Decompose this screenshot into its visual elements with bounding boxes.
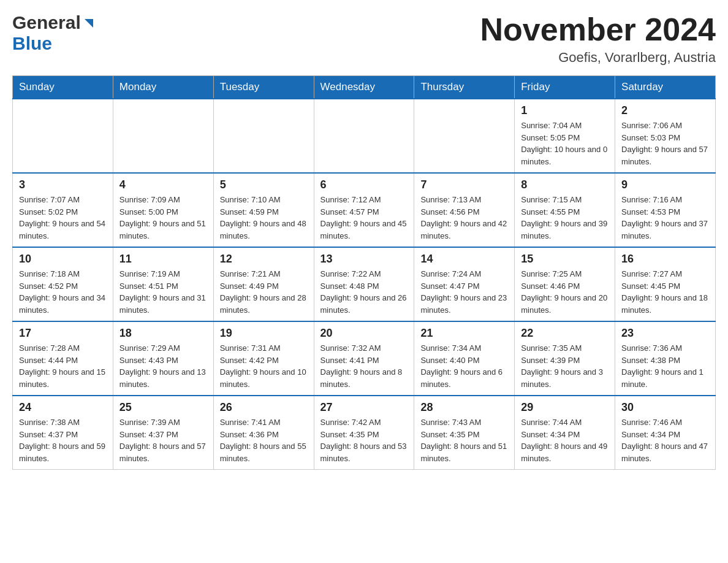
- day-number: 20: [320, 327, 408, 340]
- day-info: Sunrise: 7:06 AM Sunset: 5:03 PM Dayligh…: [621, 120, 709, 167]
- calendar-cell: 18Sunrise: 7:29 AM Sunset: 4:43 PM Dayli…: [113, 321, 213, 396]
- day-info: Sunrise: 7:22 AM Sunset: 4:48 PM Dayligh…: [320, 268, 408, 316]
- day-info: Sunrise: 7:09 AM Sunset: 5:00 PM Dayligh…: [119, 194, 207, 242]
- day-header-thursday: Thursday: [414, 76, 515, 99]
- location-subtitle: Goefis, Vorarlberg, Austria: [480, 50, 716, 66]
- day-header-wednesday: Wednesday: [314, 76, 414, 99]
- calendar-cell: 15Sunrise: 7:25 AM Sunset: 4:46 PM Dayli…: [515, 247, 615, 321]
- calendar-cell: 3Sunrise: 7:07 AM Sunset: 5:02 PM Daylig…: [13, 173, 113, 247]
- title-area: November 2024 Goefis, Vorarlberg, Austri…: [480, 12, 716, 66]
- day-number: 10: [19, 253, 107, 266]
- calendar-cell: [213, 99, 314, 173]
- calendar-cell: 20Sunrise: 7:32 AM Sunset: 4:41 PM Dayli…: [314, 321, 414, 396]
- day-info: Sunrise: 7:34 AM Sunset: 4:40 PM Dayligh…: [420, 342, 508, 390]
- day-info: Sunrise: 7:15 AM Sunset: 4:55 PM Dayligh…: [521, 194, 609, 242]
- calendar-cell: 7Sunrise: 7:13 AM Sunset: 4:56 PM Daylig…: [414, 173, 515, 247]
- calendar-cell: 24Sunrise: 7:38 AM Sunset: 4:37 PM Dayli…: [13, 396, 113, 470]
- calendar-cell: 27Sunrise: 7:42 AM Sunset: 4:35 PM Dayli…: [314, 396, 414, 470]
- calendar-cell: [113, 99, 213, 173]
- day-header-saturday: Saturday: [615, 76, 716, 99]
- day-info: Sunrise: 7:10 AM Sunset: 4:59 PM Dayligh…: [220, 194, 308, 242]
- calendar-table: SundayMondayTuesdayWednesdayThursdayFrid…: [12, 75, 716, 470]
- day-info: Sunrise: 7:36 AM Sunset: 4:38 PM Dayligh…: [621, 342, 709, 390]
- day-info: Sunrise: 7:31 AM Sunset: 4:42 PM Dayligh…: [220, 342, 308, 390]
- calendar-cell: 14Sunrise: 7:24 AM Sunset: 4:47 PM Dayli…: [414, 247, 515, 321]
- day-number: 5: [220, 178, 308, 191]
- calendar-cell: 2Sunrise: 7:06 AM Sunset: 5:03 PM Daylig…: [615, 99, 716, 173]
- day-info: Sunrise: 7:32 AM Sunset: 4:41 PM Dayligh…: [320, 342, 408, 390]
- day-number: 14: [420, 253, 508, 266]
- day-info: Sunrise: 7:24 AM Sunset: 4:47 PM Dayligh…: [420, 268, 508, 316]
- logo: General Blue: [12, 12, 96, 54]
- day-info: Sunrise: 7:27 AM Sunset: 4:45 PM Dayligh…: [621, 268, 709, 316]
- day-number: 30: [621, 401, 709, 414]
- day-number: 21: [420, 327, 508, 340]
- day-info: Sunrise: 7:07 AM Sunset: 5:02 PM Dayligh…: [19, 194, 107, 242]
- day-info: Sunrise: 7:04 AM Sunset: 5:05 PM Dayligh…: [521, 120, 609, 167]
- day-info: Sunrise: 7:38 AM Sunset: 4:37 PM Dayligh…: [19, 416, 107, 464]
- week-row-3: 10Sunrise: 7:18 AM Sunset: 4:52 PM Dayli…: [13, 247, 716, 321]
- day-number: 9: [621, 178, 709, 191]
- day-info: Sunrise: 7:16 AM Sunset: 4:53 PM Dayligh…: [621, 194, 709, 242]
- day-number: 3: [19, 178, 107, 191]
- day-number: 7: [420, 178, 508, 191]
- day-info: Sunrise: 7:44 AM Sunset: 4:34 PM Dayligh…: [521, 416, 609, 464]
- day-info: Sunrise: 7:35 AM Sunset: 4:39 PM Dayligh…: [521, 342, 609, 390]
- calendar-cell: 28Sunrise: 7:43 AM Sunset: 4:35 PM Dayli…: [414, 396, 515, 470]
- month-title: November 2024: [480, 12, 716, 47]
- day-info: Sunrise: 7:13 AM Sunset: 4:56 PM Dayligh…: [420, 194, 508, 242]
- calendar-cell: 30Sunrise: 7:46 AM Sunset: 4:34 PM Dayli…: [615, 396, 716, 470]
- logo-blue-text: Blue: [12, 33, 52, 54]
- calendar-cell: 11Sunrise: 7:19 AM Sunset: 4:51 PM Dayli…: [113, 247, 213, 321]
- day-number: 2: [621, 104, 709, 117]
- day-header-sunday: Sunday: [13, 76, 113, 99]
- day-number: 28: [420, 401, 508, 414]
- calendar-cell: 22Sunrise: 7:35 AM Sunset: 4:39 PM Dayli…: [515, 321, 615, 396]
- day-header-monday: Monday: [113, 76, 213, 99]
- day-number: 11: [119, 253, 207, 266]
- day-number: 18: [119, 327, 207, 340]
- day-number: 26: [220, 401, 308, 414]
- calendar-cell: 13Sunrise: 7:22 AM Sunset: 4:48 PM Dayli…: [314, 247, 414, 321]
- day-info: Sunrise: 7:21 AM Sunset: 4:49 PM Dayligh…: [220, 268, 308, 316]
- day-header-friday: Friday: [515, 76, 615, 99]
- logo-general-text: General: [12, 12, 81, 33]
- day-number: 16: [621, 253, 709, 266]
- day-number: 12: [220, 253, 308, 266]
- logo-triangle-icon: [82, 17, 96, 30]
- calendar-header-row: SundayMondayTuesdayWednesdayThursdayFrid…: [13, 76, 716, 99]
- day-number: 4: [119, 178, 207, 191]
- calendar-cell: [314, 99, 414, 173]
- day-info: Sunrise: 7:41 AM Sunset: 4:36 PM Dayligh…: [220, 416, 308, 464]
- day-number: 27: [320, 401, 408, 414]
- week-row-1: 1Sunrise: 7:04 AM Sunset: 5:05 PM Daylig…: [13, 99, 716, 173]
- day-number: 23: [621, 327, 709, 340]
- calendar-cell: 17Sunrise: 7:28 AM Sunset: 4:44 PM Dayli…: [13, 321, 113, 396]
- day-number: 22: [521, 327, 609, 340]
- calendar-cell: 9Sunrise: 7:16 AM Sunset: 4:53 PM Daylig…: [615, 173, 716, 247]
- day-info: Sunrise: 7:46 AM Sunset: 4:34 PM Dayligh…: [621, 416, 709, 464]
- calendar-cell: [13, 99, 113, 173]
- calendar-cell: 26Sunrise: 7:41 AM Sunset: 4:36 PM Dayli…: [213, 396, 314, 470]
- calendar-cell: 21Sunrise: 7:34 AM Sunset: 4:40 PM Dayli…: [414, 321, 515, 396]
- day-number: 15: [521, 253, 609, 266]
- calendar-cell: 8Sunrise: 7:15 AM Sunset: 4:55 PM Daylig…: [515, 173, 615, 247]
- calendar-cell: 29Sunrise: 7:44 AM Sunset: 4:34 PM Dayli…: [515, 396, 615, 470]
- day-number: 24: [19, 401, 107, 414]
- calendar-cell: 6Sunrise: 7:12 AM Sunset: 4:57 PM Daylig…: [314, 173, 414, 247]
- day-number: 19: [220, 327, 308, 340]
- day-info: Sunrise: 7:18 AM Sunset: 4:52 PM Dayligh…: [19, 268, 107, 316]
- week-row-4: 17Sunrise: 7:28 AM Sunset: 4:44 PM Dayli…: [13, 321, 716, 396]
- week-row-5: 24Sunrise: 7:38 AM Sunset: 4:37 PM Dayli…: [13, 396, 716, 470]
- day-info: Sunrise: 7:42 AM Sunset: 4:35 PM Dayligh…: [320, 416, 408, 464]
- day-number: 29: [521, 401, 609, 414]
- day-number: 1: [521, 104, 609, 117]
- day-number: 25: [119, 401, 207, 414]
- calendar-cell: 10Sunrise: 7:18 AM Sunset: 4:52 PM Dayli…: [13, 247, 113, 321]
- day-info: Sunrise: 7:25 AM Sunset: 4:46 PM Dayligh…: [521, 268, 609, 316]
- calendar-cell: 25Sunrise: 7:39 AM Sunset: 4:37 PM Dayli…: [113, 396, 213, 470]
- calendar-cell: 23Sunrise: 7:36 AM Sunset: 4:38 PM Dayli…: [615, 321, 716, 396]
- calendar-cell: 12Sunrise: 7:21 AM Sunset: 4:49 PM Dayli…: [213, 247, 314, 321]
- day-number: 6: [320, 178, 408, 191]
- calendar-cell: [414, 99, 515, 173]
